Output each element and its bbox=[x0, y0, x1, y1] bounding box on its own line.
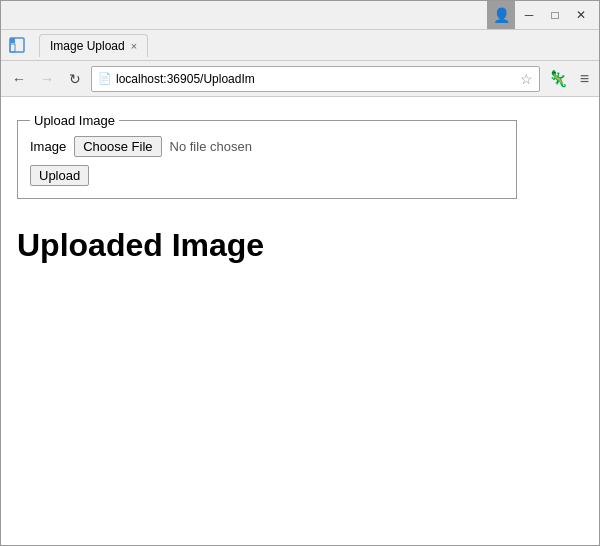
tab-close-icon[interactable]: × bbox=[131, 40, 137, 52]
close-button[interactable]: ✕ bbox=[567, 5, 595, 25]
refresh-button[interactable]: ↻ bbox=[63, 67, 87, 91]
extensions-button[interactable]: 🦎 bbox=[544, 67, 572, 90]
bookmark-star-icon[interactable]: ☆ bbox=[520, 71, 533, 87]
browser-tab[interactable]: Image Upload × bbox=[39, 34, 148, 57]
choose-file-button[interactable]: Choose File bbox=[74, 136, 161, 157]
file-input-row: Image Choose File No file chosen bbox=[30, 136, 504, 157]
title-bar: Image Upload × bbox=[1, 29, 599, 61]
back-button[interactable]: ← bbox=[7, 67, 31, 91]
top-profile-bar: 👤 ─ □ ✕ bbox=[1, 1, 599, 29]
upload-button[interactable]: Upload bbox=[30, 165, 89, 186]
browser-icon bbox=[9, 37, 25, 53]
address-input-wrapper: 📄 localhost:36905/UploadIm ☆ bbox=[91, 66, 540, 92]
profile-icon: 👤 bbox=[487, 1, 515, 29]
svg-rect-1 bbox=[10, 38, 15, 43]
browser-window: 👤 ─ □ ✕ Image Upload bbox=[0, 0, 600, 546]
image-label: Image bbox=[30, 139, 66, 154]
uploaded-image-heading: Uploaded Image bbox=[17, 227, 583, 264]
menu-icons: 🦎 ≡ bbox=[544, 67, 593, 90]
title-bar-left: Image Upload × bbox=[9, 34, 591, 57]
minimize-button[interactable]: ─ bbox=[515, 5, 543, 25]
page-icon: 📄 bbox=[98, 72, 112, 85]
fieldset-legend: Upload Image bbox=[30, 113, 119, 128]
upload-fieldset: Upload Image Image Choose File No file c… bbox=[17, 113, 517, 199]
menu-button[interactable]: ≡ bbox=[576, 68, 593, 90]
address-bar: ← → ↻ 📄 localhost:36905/UploadIm ☆ 🦎 ≡ bbox=[1, 61, 599, 97]
tab-title: Image Upload bbox=[50, 39, 125, 53]
forward-button[interactable]: → bbox=[35, 67, 59, 91]
browser-content: Upload Image Image Choose File No file c… bbox=[1, 97, 599, 545]
upload-row: Upload bbox=[30, 165, 504, 186]
maximize-button[interactable]: □ bbox=[541, 5, 569, 25]
address-text: localhost:36905/UploadIm bbox=[116, 72, 516, 86]
no-file-text: No file chosen bbox=[170, 139, 252, 154]
